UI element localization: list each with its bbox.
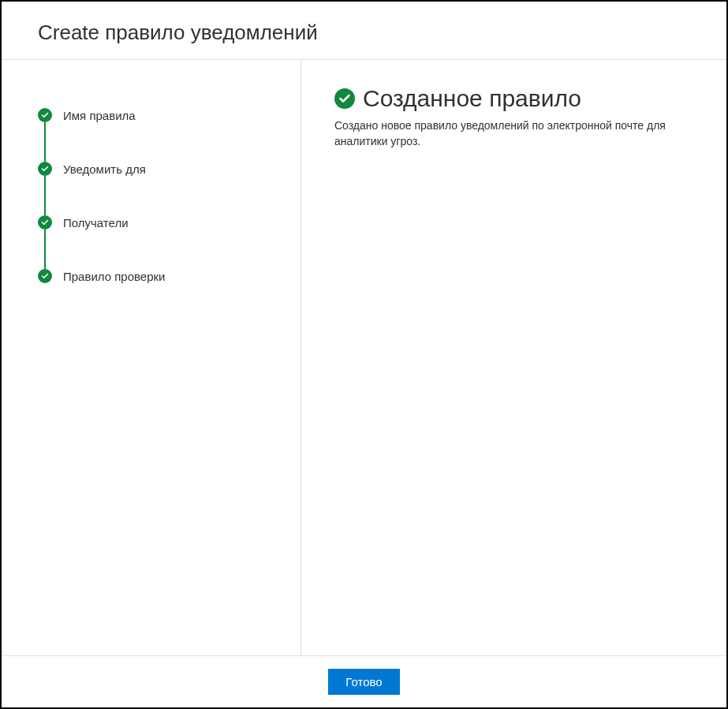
checkmark-icon	[38, 162, 52, 176]
step-label: Получатели	[63, 216, 129, 229]
dialog-header: Create правило уведомлений	[2, 2, 726, 60]
step-item-review[interactable]: Правило проверки	[38, 249, 301, 303]
result-title: Созданное правило	[363, 85, 581, 112]
result-description: Создано новое правило уведомлений по эле…	[334, 118, 693, 149]
dialog-body: Имя правила Уведомить для Получатели	[2, 60, 726, 655]
step-label: Уведомить для	[63, 162, 146, 176]
step-connector	[44, 229, 46, 269]
create-rule-dialog: Create правило уведомлений Имя правила У…	[0, 0, 728, 709]
main-content: Созданное правило Создано новое правило …	[301, 60, 726, 655]
success-icon	[334, 88, 355, 109]
checkmark-icon	[38, 269, 52, 283]
step-connector	[44, 122, 46, 162]
step-label: Правило проверки	[63, 270, 165, 283]
dialog-title: Create правило уведомлений	[38, 21, 726, 45]
step-item-recipients[interactable]: Получатели	[38, 196, 301, 249]
step-item-name[interactable]: Имя правила	[38, 88, 301, 142]
done-button[interactable]: Готово	[328, 669, 399, 695]
wizard-steps-sidebar: Имя правила Уведомить для Получатели	[2, 60, 301, 655]
result-header: Созданное правило	[334, 85, 693, 112]
step-connector	[44, 176, 46, 215]
step-label: Имя правила	[63, 109, 136, 122]
step-list: Имя правила Уведомить для Получатели	[38, 88, 301, 303]
checkmark-icon	[38, 215, 52, 229]
step-item-notify[interactable]: Уведомить для	[38, 142, 301, 196]
checkmark-icon	[38, 108, 52, 122]
dialog-footer: Готово	[2, 655, 726, 707]
